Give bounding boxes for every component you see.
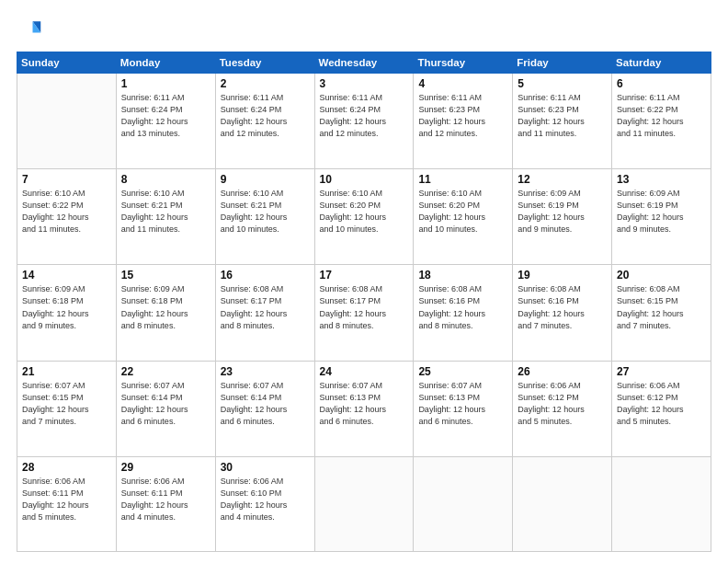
day-number: 24 <box>320 365 409 378</box>
day-info: Sunrise: 6:09 AM Sunset: 6:19 PM Dayligh… <box>617 188 706 236</box>
weekday-header-sunday: Sunday <box>17 52 117 74</box>
day-number: 5 <box>518 77 607 90</box>
calendar-cell: 13Sunrise: 6:09 AM Sunset: 6:19 PM Dayli… <box>612 169 711 265</box>
weekday-header-thursday: Thursday <box>414 52 513 74</box>
calendar-cell: 30Sunrise: 6:06 AM Sunset: 6:10 PM Dayli… <box>215 456 314 551</box>
calendar-cell: 26Sunrise: 6:06 AM Sunset: 6:12 PM Dayli… <box>513 361 612 456</box>
day-info: Sunrise: 6:10 AM Sunset: 6:22 PM Dayligh… <box>22 188 111 236</box>
calendar-cell <box>414 456 513 551</box>
calendar-cell <box>612 456 711 551</box>
weekday-header-saturday: Saturday <box>612 52 711 74</box>
header <box>17 17 711 42</box>
day-info: Sunrise: 6:07 AM Sunset: 6:13 PM Dayligh… <box>320 380 409 428</box>
day-number: 3 <box>320 77 409 90</box>
calendar-table: SundayMondayTuesdayWednesdayThursdayFrid… <box>17 52 711 552</box>
calendar-cell: 20Sunrise: 6:08 AM Sunset: 6:15 PM Dayli… <box>612 265 711 361</box>
day-number: 7 <box>22 173 111 186</box>
day-number: 1 <box>121 77 210 90</box>
day-info: Sunrise: 6:06 AM Sunset: 6:12 PM Dayligh… <box>518 380 607 428</box>
calendar-cell: 18Sunrise: 6:08 AM Sunset: 6:16 PM Dayli… <box>414 265 513 361</box>
calendar-cell: 25Sunrise: 6:07 AM Sunset: 6:13 PM Dayli… <box>414 361 513 456</box>
calendar-week-row: 14Sunrise: 6:09 AM Sunset: 6:18 PM Dayli… <box>17 265 711 361</box>
day-info: Sunrise: 6:06 AM Sunset: 6:11 PM Dayligh… <box>121 476 210 523</box>
day-number: 4 <box>418 77 507 90</box>
calendar-cell: 5Sunrise: 6:11 AM Sunset: 6:23 PM Daylig… <box>513 74 612 169</box>
day-info: Sunrise: 6:09 AM Sunset: 6:18 PM Dayligh… <box>121 283 210 331</box>
calendar-cell: 19Sunrise: 6:08 AM Sunset: 6:16 PM Dayli… <box>513 265 612 361</box>
calendar-cell: 21Sunrise: 6:07 AM Sunset: 6:15 PM Dayli… <box>17 361 117 456</box>
calendar-cell: 3Sunrise: 6:11 AM Sunset: 6:24 PM Daylig… <box>314 74 414 169</box>
day-number: 6 <box>617 77 706 90</box>
calendar-cell: 28Sunrise: 6:06 AM Sunset: 6:11 PM Dayli… <box>17 456 117 551</box>
weekday-header-row: SundayMondayTuesdayWednesdayThursdayFrid… <box>17 52 711 74</box>
day-number: 20 <box>617 269 706 282</box>
day-number: 28 <box>22 461 111 474</box>
calendar-cell: 2Sunrise: 6:11 AM Sunset: 6:24 PM Daylig… <box>215 74 314 169</box>
day-info: Sunrise: 6:07 AM Sunset: 6:14 PM Dayligh… <box>121 380 210 428</box>
weekday-header-tuesday: Tuesday <box>215 52 314 74</box>
day-info: Sunrise: 6:06 AM Sunset: 6:12 PM Dayligh… <box>617 380 706 428</box>
day-number: 25 <box>418 365 507 378</box>
weekday-header-friday: Friday <box>513 52 612 74</box>
day-info: Sunrise: 6:11 AM Sunset: 6:24 PM Dayligh… <box>221 92 310 140</box>
day-number: 10 <box>320 173 409 186</box>
day-info: Sunrise: 6:11 AM Sunset: 6:24 PM Dayligh… <box>121 92 210 140</box>
day-number: 17 <box>320 269 409 282</box>
calendar-cell: 4Sunrise: 6:11 AM Sunset: 6:23 PM Daylig… <box>414 74 513 169</box>
day-info: Sunrise: 6:11 AM Sunset: 6:22 PM Dayligh… <box>617 92 706 140</box>
day-info: Sunrise: 6:08 AM Sunset: 6:16 PM Dayligh… <box>518 283 607 331</box>
day-number: 15 <box>121 269 210 282</box>
day-info: Sunrise: 6:10 AM Sunset: 6:21 PM Dayligh… <box>221 188 310 236</box>
calendar-cell: 9Sunrise: 6:10 AM Sunset: 6:21 PM Daylig… <box>215 169 314 265</box>
day-number: 12 <box>518 173 607 186</box>
day-number: 26 <box>518 365 607 378</box>
day-number: 16 <box>221 269 310 282</box>
day-number: 11 <box>418 173 507 186</box>
day-info: Sunrise: 6:10 AM Sunset: 6:20 PM Dayligh… <box>320 188 409 236</box>
calendar-cell: 15Sunrise: 6:09 AM Sunset: 6:18 PM Dayli… <box>116 265 215 361</box>
day-number: 2 <box>221 77 310 90</box>
day-info: Sunrise: 6:11 AM Sunset: 6:24 PM Dayligh… <box>320 92 409 140</box>
day-number: 14 <box>22 269 111 282</box>
day-info: Sunrise: 6:08 AM Sunset: 6:17 PM Dayligh… <box>221 283 310 331</box>
day-info: Sunrise: 6:08 AM Sunset: 6:17 PM Dayligh… <box>320 283 409 331</box>
day-number: 18 <box>418 269 507 282</box>
calendar-cell <box>513 456 612 551</box>
calendar-cell: 7Sunrise: 6:10 AM Sunset: 6:22 PM Daylig… <box>17 169 117 265</box>
day-number: 21 <box>22 365 111 378</box>
day-info: Sunrise: 6:06 AM Sunset: 6:11 PM Dayligh… <box>22 476 111 523</box>
calendar-cell: 10Sunrise: 6:10 AM Sunset: 6:20 PM Dayli… <box>314 169 414 265</box>
weekday-header-wednesday: Wednesday <box>314 52 414 74</box>
day-number: 8 <box>121 173 210 186</box>
day-info: Sunrise: 6:07 AM Sunset: 6:13 PM Dayligh… <box>418 380 507 428</box>
calendar-week-row: 1Sunrise: 6:11 AM Sunset: 6:24 PM Daylig… <box>17 74 711 169</box>
calendar-cell: 27Sunrise: 6:06 AM Sunset: 6:12 PM Dayli… <box>612 361 711 456</box>
calendar-cell: 17Sunrise: 6:08 AM Sunset: 6:17 PM Dayli… <box>314 265 414 361</box>
logo <box>17 17 46 42</box>
calendar-week-row: 21Sunrise: 6:07 AM Sunset: 6:15 PM Dayli… <box>17 361 711 456</box>
day-info: Sunrise: 6:07 AM Sunset: 6:15 PM Dayligh… <box>22 380 111 428</box>
calendar-cell <box>17 74 117 169</box>
day-info: Sunrise: 6:09 AM Sunset: 6:18 PM Dayligh… <box>22 283 111 331</box>
day-info: Sunrise: 6:11 AM Sunset: 6:23 PM Dayligh… <box>518 92 607 140</box>
calendar-cell: 23Sunrise: 6:07 AM Sunset: 6:14 PM Dayli… <box>215 361 314 456</box>
day-number: 19 <box>518 269 607 282</box>
calendar-cell: 12Sunrise: 6:09 AM Sunset: 6:19 PM Dayli… <box>513 169 612 265</box>
day-number: 30 <box>221 461 310 474</box>
calendar-cell: 22Sunrise: 6:07 AM Sunset: 6:14 PM Dayli… <box>116 361 215 456</box>
calendar-cell: 16Sunrise: 6:08 AM Sunset: 6:17 PM Dayli… <box>215 265 314 361</box>
day-number: 22 <box>121 365 210 378</box>
day-info: Sunrise: 6:10 AM Sunset: 6:20 PM Dayligh… <box>418 188 507 236</box>
day-info: Sunrise: 6:08 AM Sunset: 6:16 PM Dayligh… <box>418 283 507 331</box>
calendar-week-row: 28Sunrise: 6:06 AM Sunset: 6:11 PM Dayli… <box>17 456 711 551</box>
weekday-header-monday: Monday <box>116 52 215 74</box>
day-number: 27 <box>617 365 706 378</box>
calendar-cell: 14Sunrise: 6:09 AM Sunset: 6:18 PM Dayli… <box>17 265 117 361</box>
calendar-cell: 6Sunrise: 6:11 AM Sunset: 6:22 PM Daylig… <box>612 74 711 169</box>
calendar-week-row: 7Sunrise: 6:10 AM Sunset: 6:22 PM Daylig… <box>17 169 711 265</box>
day-number: 23 <box>221 365 310 378</box>
day-info: Sunrise: 6:07 AM Sunset: 6:14 PM Dayligh… <box>221 380 310 428</box>
page: SundayMondayTuesdayWednesdayThursdayFrid… <box>0 0 728 563</box>
calendar-cell <box>314 456 414 551</box>
calendar-cell: 8Sunrise: 6:10 AM Sunset: 6:21 PM Daylig… <box>116 169 215 265</box>
